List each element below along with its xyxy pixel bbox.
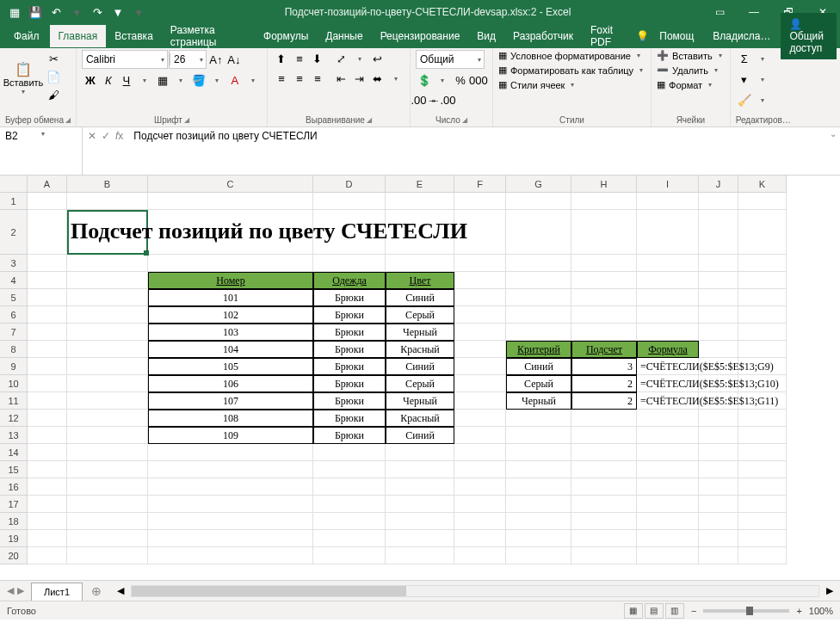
row-header-20[interactable]: 20 <box>0 547 28 564</box>
column-header-G[interactable]: G <box>506 176 571 193</box>
page-break-view-icon[interactable]: ▥ <box>665 603 684 619</box>
format-as-table-button[interactable]: ▦Форматировать как таблицу▾ <box>498 65 645 76</box>
row-header-19[interactable]: 19 <box>0 530 28 547</box>
number-format-select[interactable]: Общий▾ <box>416 50 485 69</box>
insert-cells-button[interactable]: ➕Вставить▾ <box>657 50 725 61</box>
column-header-F[interactable]: F <box>454 176 506 193</box>
row-header-3[interactable]: 3 <box>0 255 28 272</box>
prev-sheet-icon[interactable]: ◀ <box>7 585 14 596</box>
row-header-2[interactable]: 2 <box>0 210 28 255</box>
sheet-tab-1[interactable]: Лист1 <box>31 583 83 601</box>
italic-button[interactable]: К <box>100 71 117 89</box>
row-header-4[interactable]: 4 <box>0 272 28 289</box>
format-painter-icon[interactable]: 🖌 <box>45 86 62 103</box>
clipboard-dialog-launcher[interactable]: ◢ <box>65 116 71 124</box>
row-header-7[interactable]: 7 <box>0 324 28 341</box>
align-top-icon[interactable]: ⬆ <box>273 50 290 67</box>
tab-data[interactable]: Данные <box>317 25 371 47</box>
orientation-icon[interactable]: ⤢ <box>333 50 350 67</box>
row-header-5[interactable]: 5 <box>0 289 28 306</box>
copy-icon[interactable]: 📄 <box>45 68 62 85</box>
user-name[interactable]: Владисла… <box>704 25 779 47</box>
row-header-12[interactable]: 12 <box>0 410 28 427</box>
tab-insert[interactable]: Вставка <box>106 25 162 47</box>
normal-view-icon[interactable]: ▦ <box>624 603 643 619</box>
font-size-select[interactable]: 26▾ <box>169 50 207 69</box>
tell-me[interactable]: Помощ <box>651 25 702 47</box>
zoom-out-icon[interactable]: − <box>691 606 696 616</box>
tab-developer[interactable]: Разработчик <box>504 25 582 47</box>
row-header-9[interactable]: 9 <box>0 358 28 375</box>
column-header-C[interactable]: C <box>148 176 313 193</box>
row-header-18[interactable]: 18 <box>0 513 28 530</box>
row-header-15[interactable]: 15 <box>0 461 28 478</box>
font-name-select[interactable]: Calibri▾ <box>82 50 168 69</box>
column-header-A[interactable]: A <box>28 176 67 193</box>
hscroll-left-icon[interactable]: ◀ <box>117 585 124 596</box>
file-tab[interactable]: Файл <box>3 25 50 47</box>
select-all-corner[interactable] <box>0 176 28 193</box>
column-header-E[interactable]: E <box>386 176 454 193</box>
save-icon[interactable]: 💾 <box>26 3 45 22</box>
tab-home[interactable]: Главная <box>50 25 107 47</box>
autosum-icon[interactable]: Σ <box>736 50 753 67</box>
row-header-1[interactable]: 1 <box>0 193 28 210</box>
align-left-icon[interactable]: ≡ <box>273 70 290 87</box>
row-header-10[interactable]: 10 <box>0 375 28 392</box>
fill-icon[interactable]: ▾ <box>736 71 753 88</box>
wrap-text-icon[interactable]: ↩ <box>369 50 386 67</box>
cancel-formula-icon[interactable]: ✕ <box>88 130 96 142</box>
alignment-dialog-launcher[interactable]: ◢ <box>367 116 372 124</box>
enter-formula-icon[interactable]: ✓ <box>102 130 110 142</box>
tab-review[interactable]: Рецензирование <box>372 25 469 47</box>
align-bottom-icon[interactable]: ⬇ <box>309 50 326 67</box>
number-dialog-launcher[interactable]: ◢ <box>462 116 467 124</box>
decrease-indent-icon[interactable]: ⇤ <box>333 70 350 87</box>
new-sheet-button[interactable]: ⊕ <box>83 584 110 598</box>
column-header-B[interactable]: B <box>67 176 148 193</box>
row-header-11[interactable]: 11 <box>0 392 28 410</box>
clear-icon[interactable]: 🧹 <box>736 91 753 108</box>
tell-me-icon[interactable]: 💡 <box>636 30 649 42</box>
zoom-level[interactable]: 100% <box>809 606 833 616</box>
column-header-J[interactable]: J <box>699 176 738 193</box>
undo-icon[interactable]: ↶ <box>46 3 65 22</box>
align-middle-icon[interactable]: ≡ <box>291 50 308 67</box>
row-header-6[interactable]: 6 <box>0 306 28 324</box>
row-header-16[interactable]: 16 <box>0 478 28 496</box>
comma-icon[interactable]: 000 <box>470 71 487 89</box>
worksheet-grid[interactable]: ABCDEFGHIJK 1234567891011121314151617181… <box>0 176 840 580</box>
font-color-button[interactable]: A <box>226 71 244 89</box>
hscroll-right-icon[interactable]: ▶ <box>826 585 833 596</box>
next-sheet-icon[interactable]: ▶ <box>17 585 24 596</box>
row-header-13[interactable]: 13 <box>0 427 28 444</box>
decrease-decimal-icon[interactable]: ←.00 <box>434 91 451 108</box>
merge-icon[interactable]: ⬌ <box>369 70 386 87</box>
column-header-D[interactable]: D <box>313 176 386 193</box>
undo-dropdown[interactable]: ▾ <box>67 3 86 22</box>
currency-icon[interactable]: 💲 <box>416 71 433 89</box>
fx-icon[interactable]: fx <box>115 130 123 142</box>
tab-formulas[interactable]: Формулы <box>255 25 317 47</box>
redo-icon[interactable]: ↷ <box>88 3 107 22</box>
page-layout-view-icon[interactable]: ▤ <box>645 603 664 619</box>
conditional-formatting-button[interactable]: ▦Условное форматирование▾ <box>498 50 643 61</box>
zoom-in-icon[interactable]: + <box>796 606 801 616</box>
percent-icon[interactable]: % <box>452 71 469 89</box>
row-header-17[interactable]: 17 <box>0 496 28 513</box>
fill-color-button[interactable]: 🪣 <box>190 71 207 89</box>
decrease-font-icon[interactable]: A↓ <box>225 51 243 68</box>
column-header-K[interactable]: K <box>738 176 787 193</box>
expand-formula-bar-icon[interactable]: ⌄ <box>830 129 837 139</box>
increase-indent-icon[interactable]: ⇥ <box>351 70 368 87</box>
underline-button[interactable]: Ч <box>118 71 135 89</box>
column-header-I[interactable]: I <box>637 176 699 193</box>
row-header-8[interactable]: 8 <box>0 341 28 358</box>
column-header-H[interactable]: H <box>571 176 637 193</box>
zoom-slider[interactable] <box>703 609 789 613</box>
row-header-14[interactable]: 14 <box>0 444 28 461</box>
border-button[interactable]: ▦ <box>154 71 171 89</box>
paste-button[interactable]: 📋Вставить▾ <box>5 50 41 107</box>
font-dialog-launcher[interactable]: ◢ <box>184 116 189 124</box>
formula-input[interactable]: Подсчет позиций по цвету СЧЕТЕСЛИ ⌄ <box>128 127 840 175</box>
